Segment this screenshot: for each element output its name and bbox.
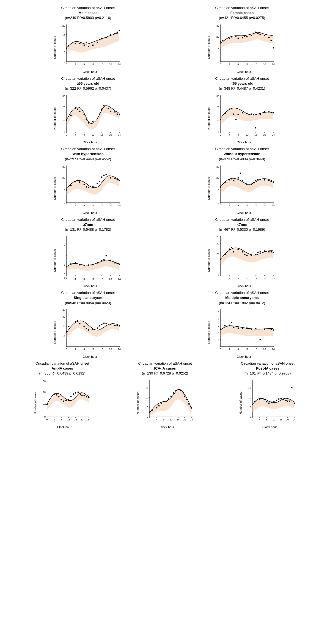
svg-point-282 (92, 264, 94, 266)
svg-point-289 (117, 263, 118, 264)
svg-text:30: 30 (216, 166, 219, 168)
svg-point-362 (75, 321, 76, 322)
svg-point-536 (271, 402, 272, 403)
svg-text:12: 12 (246, 63, 248, 66)
svg-point-537 (273, 401, 274, 403)
svg-point-332 (271, 251, 272, 253)
svg-point-195 (84, 183, 85, 185)
svg-point-544 (289, 401, 290, 402)
svg-point-76 (255, 31, 257, 33)
svg-text:0: 0 (149, 418, 150, 421)
svg-point-150 (224, 113, 226, 114)
svg-point-414 (251, 328, 252, 330)
svg-point-363 (77, 320, 78, 321)
svg-text:16: 16 (254, 133, 257, 136)
svg-text:0: 0 (66, 63, 67, 66)
svg-point-410 (233, 326, 235, 328)
chart-no-hypertension-title: Circadian variation of aSAH onset Withou… (215, 147, 269, 162)
svg-point-31 (86, 42, 87, 43)
svg-point-462 (88, 397, 90, 398)
svg-point-287 (110, 260, 111, 262)
svg-text:12: 12 (170, 418, 172, 421)
svg-text:4: 4 (259, 418, 260, 421)
svg-point-194 (79, 181, 81, 183)
svg-text:16: 16 (177, 418, 180, 421)
svg-text:16: 16 (100, 63, 103, 66)
chart-multiple-xlabel: Clock hour (211, 355, 277, 358)
chart-male-ylabel: Number of cases (53, 36, 56, 59)
svg-text:10: 10 (216, 118, 219, 121)
svg-point-539 (278, 398, 279, 400)
svg-text:0: 0 (220, 63, 221, 66)
svg-point-242 (253, 182, 254, 183)
chart-ant-ia-xlabel: Clock hour (37, 425, 91, 429)
svg-point-333 (273, 252, 274, 253)
svg-point-546 (293, 403, 295, 404)
svg-point-538 (276, 400, 277, 401)
svg-point-152 (231, 108, 232, 109)
svg-point-37 (106, 37, 107, 38)
chart-ica-ia: Circadian variation of aSAH onset ICA-IA… (136, 361, 194, 429)
svg-text:10: 10 (145, 396, 148, 399)
svg-point-193 (77, 180, 78, 181)
chart-ica-ia-svg: 0 5 10 15 0 4 8 12 (140, 377, 194, 424)
svg-point-74 (246, 36, 248, 37)
chart-ant-ia: Circadian variation of aSAH onset Ant-IA… (34, 361, 91, 429)
chart-ant-ia-title: Circadian variation of aSAH onset Ant-IA… (35, 361, 89, 376)
chart-male-xlabel: Clock hour (57, 70, 123, 73)
svg-text:16: 16 (100, 278, 103, 280)
chart-age55minus-ylabel: Number of cases (207, 107, 210, 130)
svg-text:20: 20 (62, 106, 65, 109)
svg-point-327 (255, 254, 257, 255)
svg-point-38 (110, 34, 111, 35)
svg-point-417 (264, 328, 265, 330)
svg-text:4: 4 (75, 348, 76, 351)
chart-post-ia-xlabel: Clock hour (243, 425, 296, 429)
chart-no-hypertension-svg: 0 10 20 30 0 4 8 12 (211, 163, 277, 210)
svg-text:10: 10 (248, 396, 251, 399)
chart-post-ia-svg: 0 5 10 15 0 4 8 12 (243, 377, 296, 424)
svg-point-373 (106, 323, 107, 324)
chart-hypertension-svg: 0 10 20 30 0 4 8 12 (57, 163, 123, 210)
svg-point-529 (252, 404, 253, 405)
svg-point-499 (180, 390, 182, 391)
chart-age55minus: Circadian variation of aSAH onset <55 ye… (207, 76, 277, 144)
svg-text:30: 30 (43, 380, 46, 382)
chart-male-svgwrap: 0 5 10 15 20 0 4 (57, 22, 123, 73)
svg-point-68 (229, 37, 230, 39)
svg-text:30: 30 (62, 95, 65, 98)
svg-point-456 (75, 392, 76, 394)
svg-point-204 (110, 177, 111, 178)
svg-text:20: 20 (216, 177, 219, 179)
svg-text:-5: -5 (63, 276, 65, 279)
chart-post-ia-wrap: Number of cases 0 5 10 15 0 (239, 377, 296, 429)
svg-text:24: 24 (118, 204, 121, 207)
svg-text:24: 24 (293, 418, 296, 421)
svg-point-323 (242, 251, 243, 253)
svg-point-82 (273, 47, 274, 48)
svg-text:8: 8 (163, 418, 165, 421)
chart-female-ylabel: Number of cases (207, 36, 210, 59)
svg-text:4: 4 (229, 348, 230, 351)
chart-ant-ia-svg: 0 10 20 30 0 4 8 12 (37, 377, 91, 424)
svg-text:5: 5 (147, 406, 148, 409)
svg-point-361 (68, 326, 70, 327)
svg-text:0: 0 (218, 60, 219, 63)
svg-text:20: 20 (109, 278, 112, 280)
svg-point-114 (88, 122, 89, 124)
chart-female-svg: 0 10 20 30 0 4 8 12 (211, 22, 277, 68)
svg-point-71 (238, 37, 239, 39)
svg-point-109 (75, 108, 76, 109)
svg-point-28 (75, 43, 76, 44)
svg-point-245 (260, 178, 261, 180)
svg-point-413 (246, 327, 248, 329)
svg-point-35 (99, 39, 100, 40)
svg-point-277 (70, 263, 72, 265)
page: Circadian variation of aSAH onset Male c… (0, 0, 330, 437)
svg-point-234 (229, 179, 230, 180)
svg-point-164 (271, 112, 272, 113)
svg-text:12: 12 (67, 418, 70, 421)
chart-no-hypertension-ylabel: Number of cases (207, 177, 210, 200)
svg-point-317 (220, 259, 221, 260)
svg-point-319 (229, 249, 230, 250)
